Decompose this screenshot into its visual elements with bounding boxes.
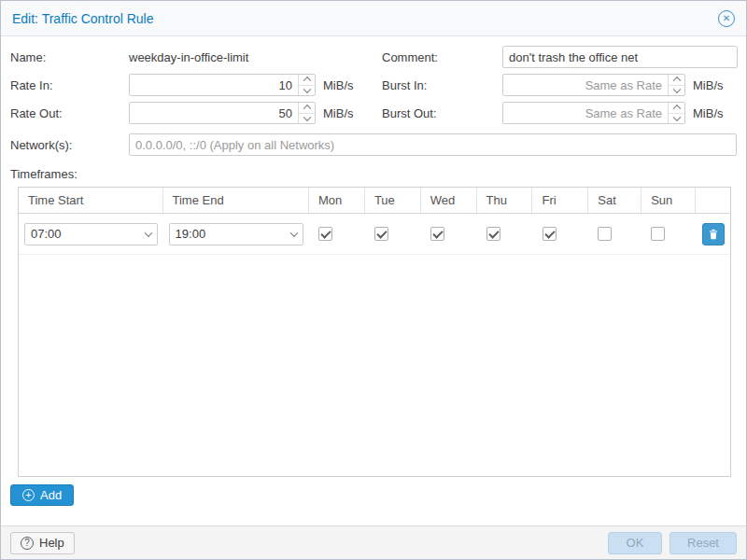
rate-out-spinner [298, 103, 315, 123]
spinner-up-icon[interactable] [299, 103, 315, 114]
dialog-footer: ? Help OK Reset [1, 525, 746, 559]
timeframes-header: Time StartTime EndMonTueWedThuFriSatSun [19, 188, 730, 214]
day-checkbox-wed[interactable] [430, 227, 444, 241]
column-header-thu[interactable]: Thu [477, 188, 533, 213]
column-header-time-start[interactable]: Time Start [19, 188, 163, 213]
spinner-up-icon[interactable] [669, 75, 684, 86]
day-checkbox-sat[interactable] [598, 227, 612, 241]
row-name-comment: Name: weekday-in-office-limit Comment: [10, 46, 737, 68]
rate-in-input[interactable] [129, 74, 316, 96]
help-button[interactable]: ? Help [10, 532, 75, 554]
plus-circle-icon: + [22, 489, 35, 501]
column-header-wed[interactable]: Wed [421, 188, 477, 213]
day-checkbox-fri[interactable] [543, 227, 557, 241]
comment-group: Comment: [382, 46, 738, 68]
row-networks: Network(s): [10, 133, 737, 156]
name-label: Name: [10, 50, 129, 64]
burst-in-field [502, 74, 685, 96]
dialog-title: Edit: Traffic Control Rule [12, 11, 718, 26]
spinner-down-icon[interactable] [299, 86, 315, 96]
timeframe-row [19, 214, 730, 255]
rate-in-unit: MiB/s [323, 78, 354, 92]
delete-row-button[interactable] [702, 223, 725, 245]
burst-out-group: Burst Out: MiB/s [382, 102, 724, 124]
add-button-label: Add [40, 488, 62, 502]
footer-actions: OK Reset [608, 532, 737, 554]
burst-in-input[interactable] [502, 74, 685, 96]
burst-in-unit: MiB/s [693, 78, 724, 92]
edit-traffic-control-rule-dialog: Edit: Traffic Control Rule ✕ Name: weekd… [0, 0, 747, 560]
dialog-body: Name: weekday-in-office-limit Comment: R… [1, 36, 746, 525]
add-button[interactable]: + Add [10, 484, 74, 506]
burst-out-input[interactable] [502, 102, 685, 124]
comment-input[interactable] [502, 46, 738, 68]
column-header-fri[interactable]: Fri [532, 188, 588, 213]
burst-in-group: Burst In: MiB/s [382, 74, 724, 96]
spinner-up-icon[interactable] [299, 75, 315, 86]
row-rate-out-burst-out: Rate Out: MiB/s Burst Out: MiB/ [10, 102, 737, 124]
column-header-sat[interactable]: Sat [588, 188, 641, 213]
spinner-down-icon[interactable] [669, 86, 684, 96]
comment-label: Comment: [382, 50, 502, 64]
time-end-combo [169, 223, 304, 245]
burst-out-spinner [668, 103, 684, 123]
column-header-tue[interactable]: Tue [365, 188, 421, 213]
timeframes-body [19, 214, 730, 476]
name-value: weekday-in-office-limit [129, 50, 248, 64]
rate-in-label: Rate In: [10, 78, 129, 92]
rate-out-field [129, 102, 316, 124]
rate-in-spinner [298, 75, 315, 95]
spinner-down-icon[interactable] [669, 114, 684, 124]
day-checkbox-mon[interactable] [318, 227, 332, 241]
burst-in-label: Burst In: [382, 78, 502, 92]
time-end-combo-input[interactable] [169, 223, 304, 245]
row-rate-in-burst-in: Rate In: MiB/s Burst In: MiB/s [10, 74, 737, 96]
question-circle-icon: ? [21, 537, 34, 550]
burst-in-spinner [668, 75, 684, 95]
close-button[interactable]: ✕ [718, 10, 735, 27]
spinner-up-icon[interactable] [669, 103, 684, 114]
help-button-label: Help [39, 536, 64, 550]
rate-out-input[interactable] [129, 102, 316, 124]
time-start-combo [24, 223, 158, 245]
column-header-time-end[interactable]: Time End [163, 188, 310, 213]
ok-button[interactable]: OK [608, 532, 662, 554]
networks-input[interactable] [129, 133, 737, 156]
timeframes-table: Time StartTime EndMonTueWedThuFriSatSun [18, 187, 731, 477]
burst-out-unit: MiB/s [693, 106, 724, 120]
reset-button[interactable]: Reset [669, 532, 737, 554]
column-header-actions[interactable] [696, 188, 730, 213]
dialog-titlebar: Edit: Traffic Control Rule ✕ [1, 1, 746, 36]
burst-out-field [502, 102, 685, 124]
time-start-combo-input[interactable] [24, 223, 158, 245]
day-checkbox-sun[interactable] [651, 227, 665, 241]
timeframes-label: Timeframes: [10, 167, 737, 181]
day-checkbox-thu[interactable] [486, 227, 500, 241]
trash-icon [708, 229, 719, 240]
day-checkbox-tue[interactable] [374, 227, 388, 241]
rate-out-label: Rate Out: [10, 106, 129, 120]
column-header-sun[interactable]: Sun [641, 188, 696, 213]
close-icon: ✕ [723, 13, 730, 23]
spinner-down-icon[interactable] [299, 114, 315, 124]
rate-out-unit: MiB/s [323, 106, 354, 120]
column-header-mon[interactable]: Mon [309, 188, 365, 213]
rate-in-field [129, 74, 316, 96]
networks-label: Network(s): [10, 138, 129, 152]
burst-out-label: Burst Out: [382, 106, 502, 120]
